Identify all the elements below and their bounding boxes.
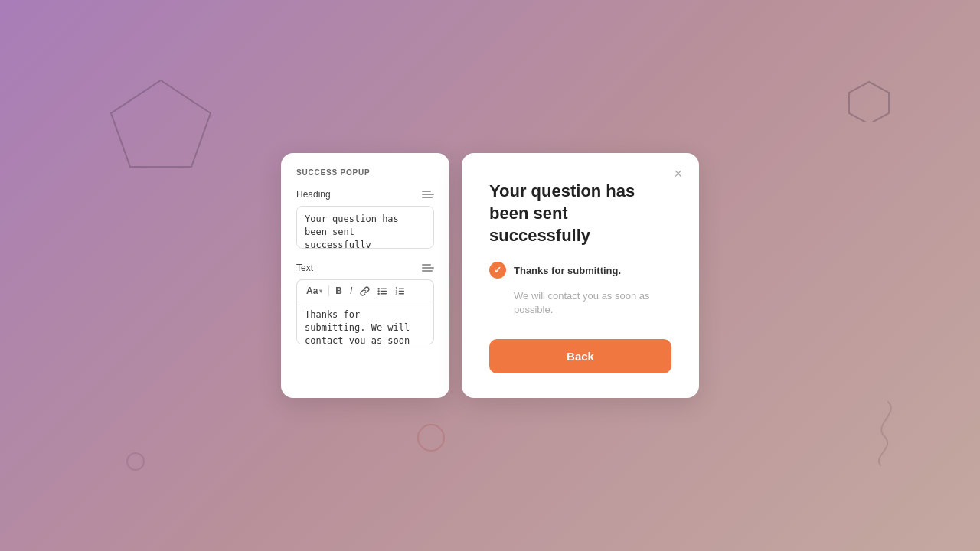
svg-marker-0 [111,80,211,167]
pentagon-shape [107,77,214,176]
sub-text: We will contact you as soon as possible. [514,289,671,317]
text-field-label: Text [296,262,313,273]
back-button[interactable]: Back [489,339,671,373]
heading-field-label: Heading [296,189,331,200]
toolbar-separator-1 [328,285,329,296]
font-size-button[interactable]: Aa ▾ [303,284,325,298]
ordered-list-button[interactable]: 1 2 3 [392,285,408,298]
text-stack-icon[interactable] [422,264,434,272]
bold-button[interactable]: B [332,284,345,298]
svg-point-5 [378,289,379,289]
heading-input[interactable]: Your question has been sent successfully [296,206,434,249]
editor-panel-label: SUCCESS POPUP [296,168,434,177]
link-button[interactable] [357,285,373,298]
svg-text:3: 3 [396,292,397,295]
heading-stack-icon[interactable] [422,191,434,198]
preview-heading: Your question has been sent successfully [489,181,671,246]
preview-panel: × Your question has been sent successful… [462,153,699,397]
unordered-list-button[interactable] [374,285,390,298]
panels-container: SUCCESS POPUP Heading Your question has … [281,153,699,397]
italic-button[interactable]: I [347,284,355,298]
svg-point-7 [378,293,379,294]
editor-panel: SUCCESS POPUP Heading Your question has … [281,153,449,397]
heading-field-row: Heading [296,189,434,200]
font-chevron-icon: ▾ [319,288,322,295]
circle-shape-small [126,452,145,471]
hexagon-shape [846,80,892,122]
circle-shape-bottom [417,424,445,452]
success-row: Thanks for submitting. [489,262,671,279]
text-toolbar: Aa ▾ B I 1 [296,279,434,302]
svg-marker-1 [849,82,889,122]
check-circle-icon [489,262,506,279]
text-field-row: Text [296,262,434,273]
svg-point-6 [378,291,379,292]
close-button[interactable]: × [671,165,685,182]
text-input[interactable]: Thanks for submitting. We will contact y… [296,302,434,344]
success-text: Thanks for submitting. [514,265,621,276]
squiggle-shape [865,398,907,467]
